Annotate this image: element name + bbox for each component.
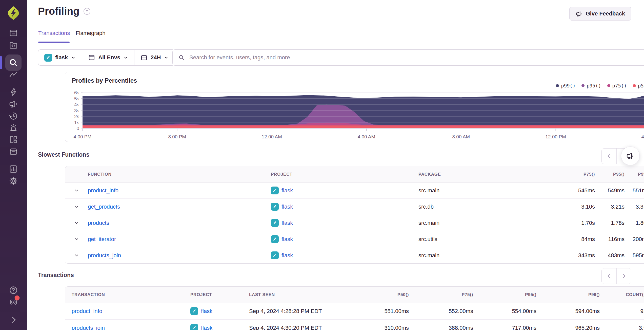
column-header-p50[interactable]: P50() (344, 287, 409, 303)
expand-row-chevron-icon[interactable] (74, 220, 79, 226)
project-link[interactable]: flask (201, 325, 212, 330)
last-seen-cell: Sep 4, 2024 4:28:28 PM EDT (249, 303, 344, 319)
sidebar-item-alerts-icon[interactable] (9, 123, 18, 133)
column-header-p95[interactable]: P95() (473, 287, 536, 303)
expand-row-chevron-icon[interactable] (74, 188, 79, 193)
p95-value: 483ms (595, 247, 625, 263)
function-link[interactable]: products_join (88, 252, 121, 259)
previous-page-button[interactable] (602, 149, 616, 164)
table-row: products flask src.main 1.70s 1.78s 1.80… (65, 215, 644, 231)
expand-row-chevron-icon[interactable] (74, 236, 79, 242)
svg-text:0: 0 (76, 126, 79, 131)
legend-label: p75() (612, 83, 627, 88)
transaction-link[interactable]: product_info (72, 308, 102, 315)
project-chip: flask (271, 219, 293, 227)
sidebar-collapse-icon[interactable] (9, 315, 18, 325)
column-header-p75[interactable]: P75() (409, 287, 473, 303)
transactions-heading: Transactions (38, 272, 74, 279)
legend-dot-icon (581, 84, 585, 87)
column-header-last-seen[interactable]: LAST SEEN (249, 287, 344, 303)
column-header-p99[interactable]: P99() (536, 287, 600, 303)
p95-value: 717.00ms (473, 320, 536, 330)
project-link[interactable]: flask (281, 187, 293, 194)
column-header-function[interactable]: FUNCTION (88, 166, 271, 182)
p99-value: 3.37s (625, 199, 644, 215)
floating-feedback-button[interactable] (621, 146, 640, 165)
column-header-project[interactable]: PROJECT (190, 287, 249, 303)
previous-page-button[interactable] (602, 268, 616, 284)
column-header-p99[interactable]: P99() (625, 166, 644, 182)
column-header-transaction[interactable]: TRANSACTION (72, 287, 190, 303)
package-cell: src.main (418, 247, 552, 263)
project-link[interactable]: flask (281, 220, 293, 226)
flask-project-icon (271, 187, 279, 194)
notification-badge (15, 296, 20, 301)
project-link[interactable]: flask (281, 236, 293, 243)
environment-filter-dropdown[interactable]: All Envs (82, 50, 134, 65)
table-row: product_info flask Sep 4, 2024 4:28:28 P… (65, 303, 644, 320)
function-link[interactable]: get_products (88, 204, 120, 210)
svg-text:4:00 PM: 4:00 PM (74, 134, 92, 139)
transactions-pagination (601, 268, 631, 284)
project-link[interactable]: flask (281, 252, 293, 259)
sidebar-item-projects-icon[interactable] (9, 41, 18, 50)
expand-row-cell (65, 231, 88, 247)
give-feedback-button[interactable]: Give Feedback (569, 7, 631, 21)
p75-value: 1.70s (552, 215, 595, 231)
header-spacer (65, 166, 88, 182)
legend-label: p95() (587, 83, 601, 88)
sidebar-help-icon[interactable] (9, 286, 18, 295)
column-header-count[interactable]: COUNT() ↓ (600, 287, 644, 303)
percentiles-chart[interactable]: 6s5s4s3s2s1s04:00 PM8:00 PM12:00 AM4:00 … (65, 72, 644, 142)
expand-row-chevron-icon[interactable] (74, 253, 79, 258)
column-header-project[interactable]: PROJECT (271, 166, 418, 182)
expand-row-cell (65, 182, 88, 198)
sidebar-item-user-feedback-icon[interactable] (9, 99, 18, 109)
profiles-by-percentiles-panel: 6s5s4s3s2s1s04:00 PM8:00 PM12:00 AM4:00 … (65, 72, 644, 142)
p75-value: 3.10s (552, 199, 595, 215)
next-page-button[interactable] (616, 268, 631, 284)
column-header-p95[interactable]: P95() (595, 166, 625, 182)
project-link[interactable]: flask (281, 204, 293, 210)
expand-row-cell (65, 215, 88, 231)
sidebar-item-settings-gear-icon[interactable] (9, 176, 18, 186)
legend-item[interactable]: p99() (556, 83, 575, 88)
expand-row-chevron-icon[interactable] (74, 204, 79, 209)
svg-text:5s: 5s (74, 96, 79, 101)
date-range-filter-dropdown[interactable]: 24H (134, 50, 175, 65)
transactions-table: TRANSACTION PROJECT LAST SEEN P50() P75(… (65, 286, 644, 330)
sidebar-item-archive-icon[interactable] (9, 147, 18, 156)
sidebar-item-dashboards-icon[interactable] (9, 135, 18, 144)
sidebar-item-performance-icon[interactable] (9, 70, 18, 80)
project-filter-dropdown[interactable]: flask (38, 50, 82, 65)
sidebar-item-issues-icon[interactable] (9, 28, 18, 38)
legend-item[interactable]: p50() (633, 83, 644, 88)
sidebar-item-stats-icon[interactable] (9, 164, 18, 174)
tab-flamegraph[interactable]: Flamegraph (76, 30, 105, 36)
tab-transactions[interactable]: Transactions (38, 30, 70, 36)
project-link[interactable]: flask (201, 308, 212, 315)
column-header-p75[interactable]: P75() (552, 166, 595, 182)
function-link[interactable]: product_info (88, 187, 118, 194)
function-link[interactable]: get_iterator (88, 236, 116, 243)
slowest-functions-heading: Slowest Functions (38, 151, 89, 158)
page-help-icon[interactable] (84, 8, 90, 15)
page-filter-bar: flask All Envs 24H (38, 49, 175, 66)
project-chip: flask (271, 235, 293, 243)
legend-item[interactable]: p95() (581, 83, 601, 88)
table-row: products_join flask Sep 4, 2024 4:30:20 … (65, 320, 644, 330)
p50-value: 551.00ms (344, 303, 409, 319)
function-link[interactable]: products (88, 220, 109, 226)
org-avatar-logo[interactable] (5, 5, 22, 22)
column-header-package[interactable]: PACKAGE (418, 166, 552, 182)
legend-item[interactable]: p75() (607, 83, 627, 88)
last-seen-cell: Sep 4, 2024 4:30:20 PM EDT (249, 320, 344, 330)
search-input[interactable] (189, 54, 643, 61)
sidebar-item-replays-icon[interactable] (9, 112, 18, 121)
flask-project-icon (271, 251, 279, 259)
transaction-link[interactable]: products_join (72, 325, 105, 330)
sidebar-broadcast-icon[interactable] (9, 298, 18, 307)
sidebar-item-feature-flags-icon[interactable] (9, 87, 18, 97)
svg-text:6s: 6s (74, 90, 79, 95)
sidebar-item-explore-search-icon[interactable] (9, 58, 18, 67)
